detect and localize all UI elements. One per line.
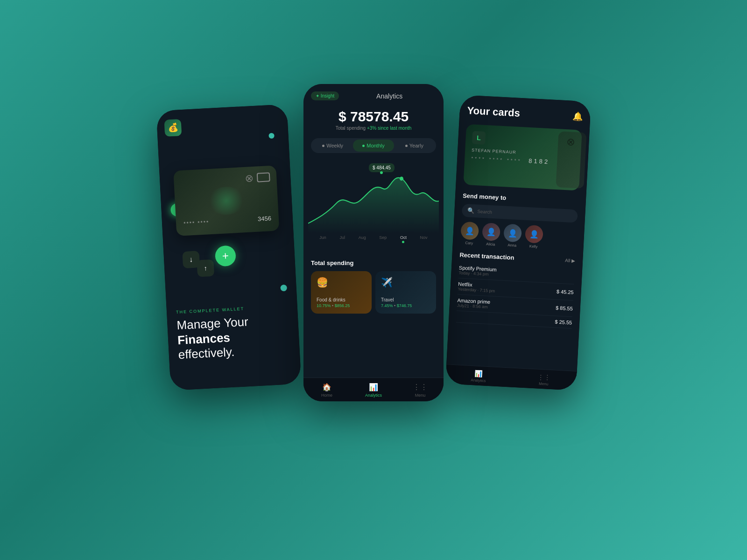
card-rings-icon: ⊗ (245, 172, 254, 185)
contact-name-anna: Anna (507, 243, 516, 248)
card-last4: 3456 (258, 215, 272, 222)
right-nav-menu[interactable]: ⋮⋮ Menu (511, 372, 577, 388)
card-last4-right: 8182 (529, 157, 550, 165)
nav-analytics-label: Analytics (365, 393, 382, 398)
weekly-filter-button[interactable]: Weekly (312, 140, 353, 152)
decorative-dot-1 (268, 133, 275, 139)
contact-avatar-alicia: 👤 (482, 223, 500, 241)
yearly-dot (405, 145, 408, 147)
food-spending-card[interactable]: 🍔 Food & drinks 10.75% • $856.25 (311, 271, 372, 314)
chart-labels: Jun Jul Aug Sep Oct Nov (308, 235, 439, 243)
travel-pct: 7.45% • $746.75 (381, 303, 430, 308)
monthly-filter-button[interactable]: Monthly (353, 140, 394, 152)
center-bottom-nav: 🏠 Home 📊 Analytics ⋮⋮ Menu (303, 378, 444, 401)
right-nav-analytics[interactable]: 📊 Analytics (445, 368, 511, 384)
search-bar[interactable]: 🔍 Search (462, 204, 578, 223)
contact-alicia[interactable]: 👤 Alicia (482, 223, 501, 247)
send-money-section: Send money to 🔍 Search 👤 Cary 👤 Alicia (460, 192, 579, 251)
contact-kelly[interactable]: 👤 Kelly (524, 225, 543, 249)
insight-badge: ✦ Insight (311, 91, 339, 100)
total-amount-section: $ 78578.45 Total spending +3% since last… (303, 104, 444, 133)
card-number-dots: **** **** (183, 219, 210, 226)
trans-amount-netflix: $ 45.25 (557, 288, 574, 295)
left-bottom-text: THE COMPLETE WALLET Manage Your Finances… (176, 304, 291, 362)
contact-avatar-cary: 👤 (460, 222, 479, 240)
contact-name-alicia: Alicia (486, 242, 495, 246)
next-card-preview (556, 131, 586, 189)
spending-section-title: Total spending (311, 259, 436, 266)
search-placeholder: Search (477, 209, 492, 215)
analytics-title: Analytics (343, 92, 436, 100)
analytics-icon: 📊 (369, 383, 378, 392)
chart-label-aug: Aug (359, 235, 366, 243)
nav-menu-label: Menu (415, 393, 426, 398)
right-header: Your cards 🔔 (467, 105, 583, 123)
transactions-section: Recent transaction All ▶ Spotify Premium… (456, 251, 576, 329)
bank-card: L STEFAN PERNAUR **** **** **** 8182 ⊗ (463, 124, 582, 191)
add-button[interactable]: + (215, 245, 236, 266)
phone-right: Your cards 🔔 L STEFAN PERNAUR **** **** … (445, 95, 591, 391)
credit-card: ⊗ **** **** 3456 (173, 165, 279, 236)
food-name: Food & drinks (317, 297, 366, 302)
decorative-dot-3 (280, 285, 287, 292)
card-glow (207, 186, 246, 216)
contacts-row: 👤 Cary 👤 Alicia 👤 Anna 👤 Kelly (460, 222, 577, 251)
time-filter-group: Weekly Monthly Yearly (311, 138, 436, 153)
contact-anna[interactable]: 👤 Anna (503, 224, 522, 248)
upload-arrow-icon[interactable]: ↑ (197, 259, 214, 277)
transactions-header: Recent transaction All ▶ (459, 251, 575, 264)
trans-amount-4: $ 25.55 (555, 319, 572, 325)
travel-spending-card[interactable]: ✈️ Travel 7.45% • $746.75 (375, 271, 436, 314)
active-chart-dot (402, 241, 404, 243)
spending-section: Total spending 🍔 Food & drinks 10.75% • … (303, 256, 444, 317)
phone-left: 💰 ⊗ **** **** 3456 ↓ ↑ + (156, 104, 301, 391)
chart-label-sep: Sep (379, 235, 387, 243)
contact-avatar-kelly: 👤 (525, 225, 543, 244)
card-area: ⊗ **** **** 3456 ↓ ↑ + (169, 165, 285, 255)
travel-name: Travel (381, 297, 430, 302)
home-icon: 🏠 (322, 383, 331, 392)
view-all-button[interactable]: All ▶ (565, 258, 575, 263)
right-analytics-label: Analytics (471, 378, 486, 383)
transactions-title: Recent transaction (459, 251, 514, 261)
send-money-title: Send money to (463, 192, 578, 205)
food-amount: $856.25 (335, 303, 350, 308)
nav-analytics[interactable]: 📊 Analytics (350, 383, 397, 398)
travel-amount: $746.75 (397, 303, 412, 308)
chart-label-oct-active: Oct (400, 235, 407, 243)
center-header: ✦ Insight Analytics (303, 84, 444, 104)
amount-change: +3% since last month (367, 126, 411, 131)
trans-amount-amazon: $ 85.55 (556, 305, 573, 311)
right-bottom-nav: 📊 Analytics ⋮⋮ Menu (445, 364, 577, 391)
monthly-dot (362, 145, 365, 147)
contact-name-kelly: Kelly (529, 244, 538, 249)
right-menu-icon: ⋮⋮ (537, 373, 551, 381)
chart-tooltip: $ 484.45 (369, 163, 395, 172)
nav-home-label: Home (321, 393, 332, 398)
chart-label-nov: Nov (420, 235, 428, 243)
nav-home[interactable]: 🏠 Home (303, 383, 350, 398)
right-analytics-icon: 📊 (474, 370, 483, 378)
bell-icon[interactable]: 🔔 (572, 111, 583, 122)
phones-container: 💰 ⊗ **** **** 3456 ↓ ↑ + (163, 70, 584, 490)
search-icon: 🔍 (467, 207, 475, 214)
amount-value: $ 78578.45 (311, 109, 436, 125)
svg-point-0 (400, 176, 403, 181)
chart-label-jun: Jun (319, 235, 326, 243)
app-logo: 💰 (164, 119, 182, 137)
chart-area: $ 484.45 Jun Jul Aug S (303, 159, 444, 252)
yearly-filter-button[interactable]: Yearly (394, 140, 435, 152)
contact-name-cary: Cary (465, 241, 473, 245)
travel-icon: ✈️ (381, 277, 430, 288)
menu-icon: ⋮⋮ (413, 383, 428, 392)
food-pct: 10.75% • $856.25 (317, 303, 366, 308)
phone-center: ✦ Insight Analytics $ 78578.45 Total spe… (303, 84, 444, 401)
cards-title: Your cards (467, 105, 521, 119)
amount-subtitle: Total spending +3% since last month (311, 126, 436, 131)
headline: Manage Your Finances effectively. (176, 313, 291, 362)
nav-menu[interactable]: ⋮⋮ Menu (397, 383, 444, 398)
weekly-dot (322, 145, 324, 147)
card-chip (257, 172, 270, 182)
bank-logo: L (472, 131, 486, 145)
contact-cary[interactable]: 👤 Cary (460, 222, 479, 246)
